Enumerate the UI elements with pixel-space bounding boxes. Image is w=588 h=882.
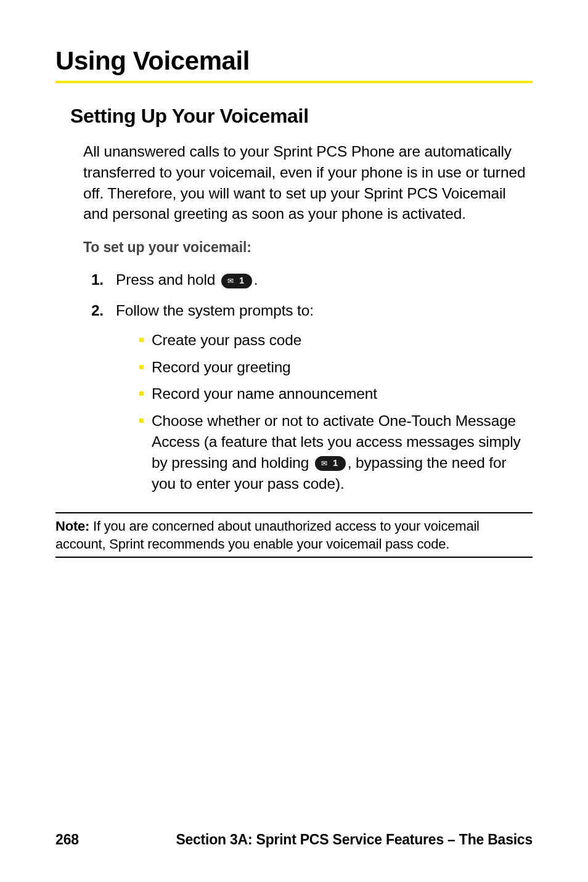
note-block: Note: If you are concerned about unautho… <box>55 512 533 558</box>
step-number: 2. <box>91 300 116 500</box>
steps-list: 1. Press and hold . 2. Follow the system… <box>91 269 533 500</box>
step-content: Follow the system prompts to: Create you… <box>116 300 533 500</box>
step-number: 1. <box>91 269 116 290</box>
sub-step: Record your name announcement <box>116 383 533 404</box>
sub-steps-list: Create your pass code Record your greeti… <box>116 330 533 494</box>
step-1: 1. Press and hold . <box>91 269 533 290</box>
sub-step: Record your greeting <box>116 357 533 378</box>
step-2-text: Follow the system prompts to: <box>116 302 314 319</box>
intro-paragraph: All unanswered calls to your Sprint PCS … <box>83 141 533 224</box>
note-text: If you are concerned about unauthorized … <box>55 518 480 552</box>
section-title: Using Voicemail <box>55 46 533 76</box>
step-1-prefix: Press and hold <box>116 271 219 288</box>
section-underline <box>55 81 533 83</box>
page-footer: 268 Section 3A: Sprint PCS Service Featu… <box>55 831 533 848</box>
page-number: 268 <box>55 831 79 848</box>
setup-heading: To set up your voicemail: <box>83 239 533 256</box>
sub-step: Choose whether or not to activate One-To… <box>116 410 533 494</box>
subsection-title: Setting Up Your Voicemail <box>70 105 533 128</box>
step-2: 2. Follow the system prompts to: Create … <box>91 300 533 500</box>
footer-section-text: Section 3A: Sprint PCS Service Features … <box>176 831 533 848</box>
note-label: Note: <box>55 518 93 534</box>
voicemail-1-key-icon <box>221 274 252 288</box>
sub-step: Create your pass code <box>116 330 533 351</box>
step-content: Press and hold . <box>116 269 533 290</box>
voicemail-1-key-icon <box>315 456 346 471</box>
step-1-suffix: . <box>254 271 258 288</box>
